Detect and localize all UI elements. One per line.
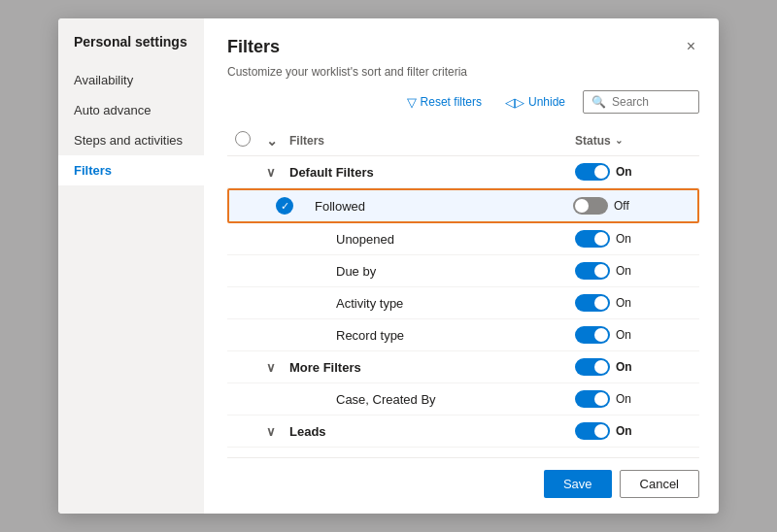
toggle-record-type[interactable]: On — [575, 326, 631, 344]
sidebar-item-filters[interactable]: Filters — [58, 155, 204, 185]
header-check-col — [235, 131, 266, 150]
row-leads[interactable]: ∨ Leads On — [227, 416, 699, 448]
close-button[interactable]: × — [683, 34, 699, 59]
circle-icon — [235, 131, 251, 147]
dialog-overlay: Personal settings Availability Auto adva… — [0, 0, 777, 532]
sidebar-item-availability[interactable]: Availability — [58, 65, 204, 95]
toggle-default-filters[interactable]: On — [575, 163, 632, 181]
sidebar-item-steps-activities[interactable]: Steps and activities — [58, 125, 204, 155]
row-lead-currency[interactable]: Lead, Currency On — [227, 448, 699, 449]
sidebar-title: Personal settings — [58, 34, 204, 65]
toolbar: ▽ Reset filters ◁▷ Unhide 🔍 — [227, 90, 699, 114]
chevron-down-icon: ∨ — [266, 360, 276, 375]
dialog-title: Filters — [227, 37, 280, 57]
search-box[interactable]: 🔍 — [583, 90, 699, 114]
sidebar-item-auto-advance[interactable]: Auto advance — [58, 95, 204, 125]
toggle-due-by[interactable]: On — [575, 262, 631, 280]
row-unopened[interactable]: Unopened On — [227, 223, 699, 255]
unhide-icon: ◁▷ — [505, 95, 524, 110]
row-record-type[interactable]: Record type On — [227, 319, 699, 351]
row-activity-type[interactable]: Activity type On — [227, 287, 699, 319]
toggle-unopened[interactable]: On — [575, 230, 631, 248]
save-button[interactable]: Save — [544, 470, 612, 498]
header-status-label: Status ⌄ — [575, 134, 692, 148]
status-sort-icon[interactable]: ⌄ — [615, 135, 623, 146]
filters-table: Filters Status ⌄ ∨ Default Filters — [227, 125, 699, 449]
main-panel: Filters × Customize your worklist's sort… — [204, 18, 719, 514]
search-input[interactable] — [612, 95, 690, 109]
toggle-case-created-by[interactable]: On — [575, 390, 631, 408]
toggle-activity-type[interactable]: On — [575, 294, 631, 312]
chevron-down-icon: ∨ — [266, 424, 276, 439]
table-header: Filters Status ⌄ — [227, 125, 699, 156]
toggle-more-filters[interactable]: On — [575, 358, 632, 376]
row-default-filters[interactable]: ∨ Default Filters On — [227, 156, 699, 188]
toggle-leads[interactable]: On — [575, 422, 632, 440]
row-case-created-by[interactable]: Case, Created By On — [227, 383, 699, 416]
dialog-subtitle: Customize your worklist's sort and filte… — [227, 65, 699, 79]
row-followed[interactable]: Followed Off — [227, 188, 699, 223]
check-circle-followed — [276, 197, 293, 215]
sidebar: Personal settings Availability Auto adva… — [58, 18, 204, 514]
dialog: Personal settings Availability Auto adva… — [58, 18, 719, 514]
row-more-filters[interactable]: ∨ More Filters On — [227, 351, 699, 383]
reset-filters-icon: ▽ — [407, 95, 417, 110]
reset-filters-button[interactable]: ▽ Reset filters — [401, 91, 488, 114]
header-expand-col — [266, 133, 289, 149]
row-due-by[interactable]: Due by On — [227, 255, 699, 287]
chevron-down-icon: ∨ — [266, 165, 276, 180]
search-icon: 🔍 — [591, 95, 606, 109]
header-filters-label: Filters — [289, 134, 575, 148]
unhide-button[interactable]: ◁▷ Unhide — [499, 91, 571, 114]
dialog-footer: Save Cancel — [227, 457, 699, 498]
cancel-button[interactable]: Cancel — [620, 470, 699, 498]
dialog-header: Filters × — [227, 34, 699, 59]
toggle-followed[interactable]: Off — [573, 197, 629, 215]
chevron-down-icon — [266, 135, 278, 149]
